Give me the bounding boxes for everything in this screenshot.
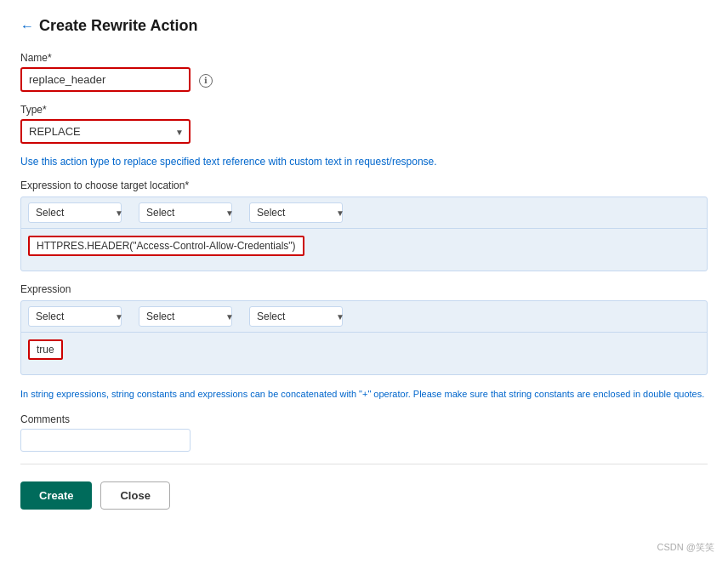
expr-select1-wrapper: Select ▼ bbox=[28, 306, 128, 327]
expr-selects-row: Select ▼ Select ▼ Select ▼ bbox=[21, 301, 707, 332]
info-icon[interactable]: ℹ bbox=[199, 74, 213, 88]
target-expression-value[interactable]: HTTPRES.HEADER("Access-Control-Allow-Cre… bbox=[28, 236, 304, 256]
back-link[interactable]: ← Create Rewrite Action bbox=[20, 17, 708, 35]
footer-buttons: Create Close bbox=[20, 481, 708, 510]
hint-text: Use this action type to replace specifie… bbox=[20, 156, 708, 168]
expression-group: Expression Select ▼ Select ▼ Sel bbox=[20, 283, 708, 375]
close-button[interactable]: Close bbox=[100, 481, 169, 510]
divider bbox=[20, 464, 708, 464]
target-select3-wrapper: Select ▼ bbox=[249, 202, 350, 223]
expr-select-3[interactable]: Select bbox=[249, 306, 343, 327]
target-selects-row: Select ▼ Select ▼ Select ▼ bbox=[21, 197, 707, 228]
expr-select3-wrapper: Select ▼ bbox=[249, 306, 350, 327]
target-expression-value-row: HTTPRES.HEADER("Access-Control-Allow-Cre… bbox=[21, 228, 707, 271]
type-select-wrapper: REPLACE ▼ bbox=[20, 119, 191, 144]
expression-value-row: true bbox=[21, 332, 707, 374]
page-title: Create Rewrite Action bbox=[39, 17, 197, 35]
note-text: In string expressions, string constants … bbox=[20, 387, 708, 402]
expr-select-1[interactable]: Select bbox=[28, 306, 122, 327]
create-button[interactable]: Create bbox=[20, 481, 92, 510]
target-select-2[interactable]: Select bbox=[139, 202, 232, 223]
comments-label: Comments bbox=[20, 413, 708, 425]
expression-container: Select ▼ Select ▼ Select ▼ bbox=[20, 300, 708, 375]
target-expression-container: Select ▼ Select ▼ Select ▼ bbox=[20, 197, 708, 271]
watermark: CSDN @笑笑 bbox=[657, 541, 714, 554]
comments-input[interactable] bbox=[20, 429, 191, 452]
target-select2-wrapper: Select ▼ bbox=[139, 202, 239, 223]
name-field-group: Name* ℹ bbox=[20, 52, 708, 92]
type-select[interactable]: REPLACE bbox=[20, 119, 191, 144]
expression-label: Expression bbox=[20, 283, 708, 295]
expr-select2-wrapper: Select ▼ bbox=[139, 306, 239, 327]
name-label: Name* bbox=[20, 52, 708, 64]
back-arrow-icon: ← bbox=[20, 19, 34, 34]
page-container: ← Create Rewrite Action Name* ℹ Type* RE… bbox=[0, 0, 728, 564]
target-select1-wrapper: Select ▼ bbox=[28, 202, 128, 223]
target-select-1[interactable]: Select bbox=[28, 202, 122, 223]
target-expression-label: Expression to choose target location* bbox=[20, 179, 708, 191]
expr-select-2[interactable]: Select bbox=[139, 306, 232, 327]
name-input[interactable] bbox=[20, 67, 191, 92]
type-field-group: Type* REPLACE ▼ bbox=[20, 104, 708, 144]
target-expression-group: Expression to choose target location* Se… bbox=[20, 179, 708, 271]
comments-group: Comments bbox=[20, 413, 708, 452]
expression-value[interactable]: true bbox=[28, 339, 63, 360]
target-select-3[interactable]: Select bbox=[249, 202, 343, 223]
type-label: Type* bbox=[20, 104, 708, 116]
